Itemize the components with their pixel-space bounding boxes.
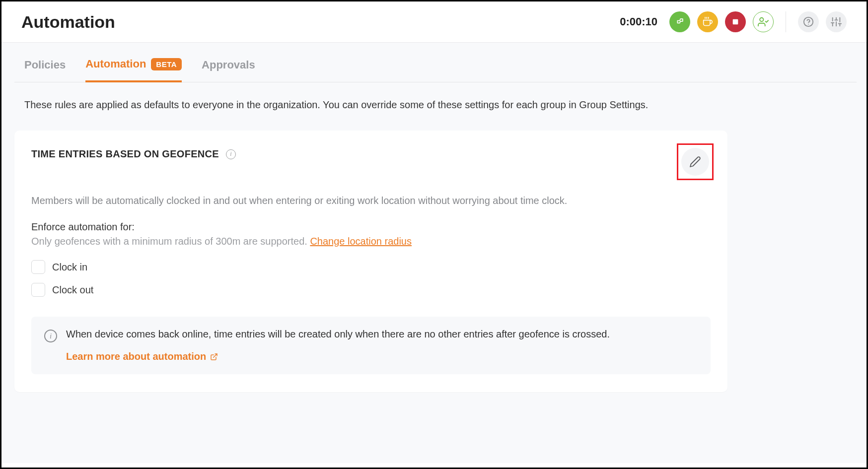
break-button[interactable] — [697, 11, 718, 32]
coffee-icon — [703, 17, 713, 27]
clock-out-row: Clock out — [31, 283, 711, 297]
tab-policies[interactable]: Policies — [24, 58, 66, 82]
stop-icon — [731, 18, 739, 26]
clock-in-row: Clock in — [31, 260, 711, 274]
info-box: i When device comes back online, time en… — [31, 317, 711, 374]
learn-more-label: Learn more about automation — [66, 351, 206, 362]
card-header: TIME ENTRIES BASED ON GEOFENCE i — [31, 148, 711, 180]
clock-out-checkbox[interactable] — [31, 283, 45, 297]
tab-automation[interactable]: Automation BETA — [85, 58, 182, 82]
card-subtitle: Members will be automatically clocked in… — [31, 195, 711, 206]
info-box-text: When device comes back online, time entr… — [66, 329, 698, 340]
sliders-icon — [831, 16, 842, 27]
card-title: TIME ENTRIES BASED ON GEOFENCE — [31, 148, 219, 160]
header-actions: 0:00:10 — [620, 11, 847, 32]
enforce-note-text: Only geofences with a minimum radius of … — [31, 236, 310, 247]
settings-button[interactable] — [826, 11, 847, 32]
tab-approvals[interactable]: Approvals — [202, 58, 255, 82]
page-description: These rules are applied as defaults to e… — [14, 82, 857, 111]
clock-in-label: Clock in — [52, 262, 87, 273]
enforce-note: Only geofences with a minimum radius of … — [31, 236, 711, 247]
card-title-row: TIME ENTRIES BASED ON GEOFENCE i — [31, 148, 236, 160]
svg-rect-3 — [733, 19, 738, 25]
pin-icon — [675, 17, 685, 27]
timer-display: 0:00:10 — [620, 15, 657, 28]
svg-point-4 — [760, 18, 763, 21]
info-icon[interactable]: i — [226, 149, 236, 159]
tabs: Policies Automation BETA Approvals — [14, 43, 857, 82]
divider — [786, 11, 786, 32]
enforce-label: Enforce automation for: — [31, 221, 711, 233]
pencil-icon — [689, 156, 701, 168]
edit-highlight-box — [677, 143, 714, 180]
info-box-icon: i — [44, 330, 57, 342]
external-link-icon — [210, 353, 218, 361]
change-radius-link[interactable]: Change location radius — [310, 236, 412, 247]
tab-automation-label: Automation — [85, 58, 146, 70]
beta-badge: BETA — [151, 58, 182, 70]
clock-in-checkbox[interactable] — [31, 260, 45, 274]
header: Automation 0:00:10 — [1, 1, 867, 43]
help-icon — [803, 16, 814, 27]
clock-out-label: Clock out — [52, 284, 93, 296]
learn-more-link[interactable]: Learn more about automation — [66, 351, 218, 362]
help-button[interactable] — [798, 11, 819, 32]
content-area: Policies Automation BETA Approvals These… — [1, 43, 867, 463]
svg-line-16 — [214, 354, 217, 357]
geofence-card: TIME ENTRIES BASED ON GEOFENCE i Members… — [14, 131, 727, 392]
pin-button[interactable] — [669, 11, 690, 32]
stop-button[interactable] — [725, 11, 746, 32]
edit-button[interactable] — [681, 148, 709, 176]
user-check-icon — [758, 16, 769, 27]
info-box-content: When device comes back online, time entr… — [66, 329, 698, 362]
page-title: Automation — [21, 12, 115, 32]
user-check-button[interactable] — [753, 11, 774, 32]
